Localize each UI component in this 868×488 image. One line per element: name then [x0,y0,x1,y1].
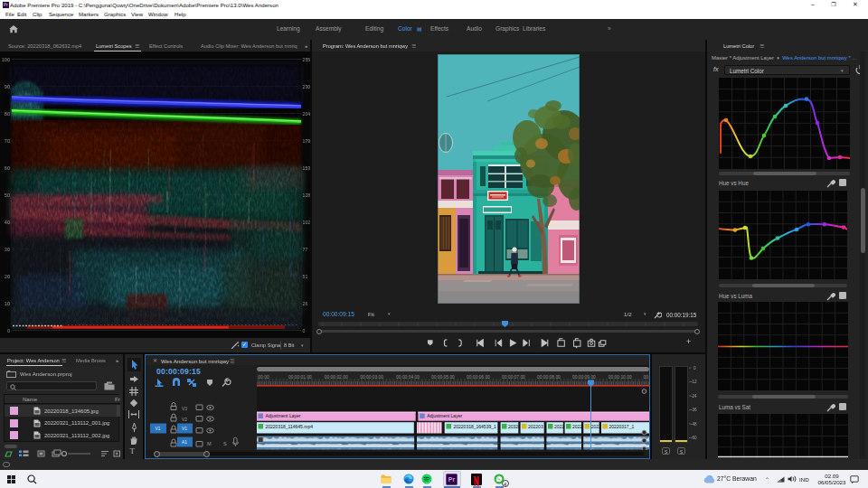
svg-text:Adjustment Layer: Adjustment Layer [266,413,301,418]
svg-text:S: S [223,441,227,446]
svg-text:153: 153 [303,165,311,171]
svg-text:0: 0 [7,328,10,333]
svg-text:V1: V1 [182,427,187,431]
svg-text:90: 90 [5,84,10,89]
svg-text:00:00:04.00: 00:00:04.00 [396,375,420,380]
svg-text:204: 204 [303,111,311,117]
svg-text:20220317_1: 20220317_1 [609,424,634,429]
svg-text:00:00:08.00: 00:00:08.00 [537,375,561,380]
svg-text:00:00:02.00: 00:00:02.00 [325,375,348,380]
svg-text::00:00: :00:00 [257,375,269,380]
svg-text:00:0: 00:0 [644,375,649,380]
svg-text:00:00:06.00: 00:00:06.00 [467,375,490,380]
svg-text:30: 30 [5,247,10,252]
svg-text:00:00:01.00: 00:00:01.00 [288,375,312,380]
svg-text:255: 255 [303,57,311,62]
svg-text:202203: 202203 [528,424,543,429]
svg-text:V1: V1 [156,427,161,431]
svg-text:0: 0 [303,328,306,333]
svg-text:V3: V3 [182,407,187,411]
svg-text:00:00:09.00: 00:00:09.00 [572,375,596,380]
svg-text:20220318_114645.mp4: 20220318_114645.mp4 [266,424,314,429]
svg-text:20: 20 [5,274,10,279]
svg-text:A1: A1 [182,440,187,445]
svg-text:50: 50 [5,192,10,198]
svg-text:60: 60 [5,165,10,171]
svg-text:10: 10 [5,301,10,306]
svg-text:51: 51 [303,274,308,279]
svg-text:-12: -12 [691,380,697,384]
svg-text:-36: -36 [691,408,697,412]
svg-text:-60: -60 [691,436,697,440]
svg-text:00:00:05.00: 00:00:05.00 [431,375,455,380]
svg-text:00:00:03.00: 00:00:03.00 [360,375,383,380]
svg-text:0: 0 [693,366,696,371]
svg-text:20220318_164539_1: 20220318_164539_1 [454,424,496,429]
svg-text:70: 70 [5,138,10,144]
svg-text:V2: V2 [182,418,187,422]
svg-text:128: 128 [303,192,311,198]
svg-text:20220: 20220 [572,424,585,429]
svg-text:77: 77 [303,247,308,252]
svg-text:80: 80 [5,111,10,117]
svg-text:Adjustment Layer: Adjustment Layer [427,413,462,418]
svg-text:00:00:10.00: 00:00:10.00 [609,375,632,380]
svg-text:20320: 20320 [508,424,521,429]
svg-text:M: M [207,441,212,446]
svg-text:-48: -48 [691,422,697,427]
svg-text:26: 26 [303,301,308,306]
svg-text:40: 40 [5,220,10,225]
svg-text:230: 230 [303,84,311,89]
svg-text:179: 179 [303,138,311,144]
svg-text:-24: -24 [691,394,697,399]
svg-text:00:00:07.00: 00:00:07.00 [502,375,525,380]
svg-text:102: 102 [303,220,311,225]
svg-text:100: 100 [2,57,10,62]
